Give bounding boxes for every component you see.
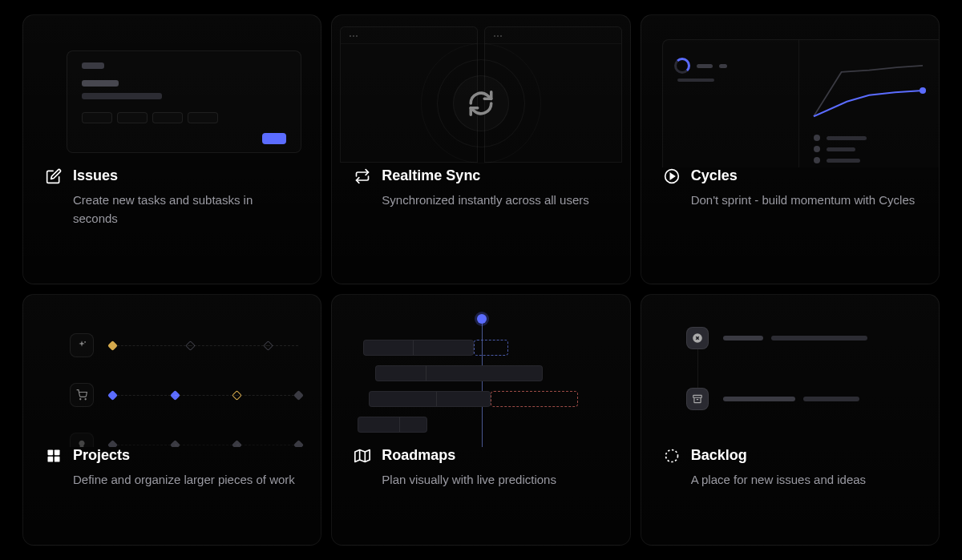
card-backlog[interactable]: Backlog A place for new issues and ideas: [641, 294, 940, 546]
card-issues[interactable]: Issues Create new tasks and subtasks in …: [22, 14, 321, 284]
svg-marker-2: [670, 173, 674, 179]
sync-icon: [467, 90, 495, 117]
roadmaps-illustration: [332, 295, 629, 447]
card-desc: Synchronized instantly across all users: [354, 191, 607, 209]
card-projects[interactable]: Projects Define and organize larger piec…: [22, 294, 321, 546]
card-desc: A place for new issues and ideas: [664, 470, 916, 489]
card-cycles[interactable]: Cycles Don't sprint - build momentum wit…: [641, 14, 940, 284]
card-title: Backlog: [691, 447, 747, 464]
svg-point-0: [920, 87, 926, 94]
card-desc: Create new tasks and subtasks in seconds: [46, 191, 298, 228]
sync-illustration: [332, 15, 629, 167]
card-desc: Plan visually with live predictions: [354, 470, 607, 489]
svg-rect-6: [48, 449, 54, 455]
svg-point-4: [80, 399, 81, 400]
svg-point-5: [85, 399, 86, 400]
svg-point-16: [665, 449, 677, 461]
grid-icon: [46, 448, 62, 464]
card-title: Realtime Sync: [382, 167, 480, 184]
card-title: Projects: [73, 447, 130, 464]
cycles-illustration: [641, 15, 939, 167]
bulb-icon: [70, 433, 94, 447]
card-roadmaps[interactable]: Roadmaps Plan visually with live predict…: [331, 294, 630, 546]
backlog-illustration: [641, 295, 939, 447]
card-title: Issues: [73, 167, 118, 184]
issues-illustration: [23, 15, 321, 167]
dashed-circle-icon: [664, 448, 680, 464]
map-icon: [354, 448, 370, 464]
cart-icon: [70, 383, 94, 407]
feature-grid: Issues Create new tasks and subtasks in …: [22, 14, 940, 546]
card-realtime-sync[interactable]: Realtime Sync Synchronized instantly acr…: [331, 14, 630, 284]
projects-illustration: [23, 295, 321, 447]
sparkle-icon: [70, 333, 94, 357]
svg-marker-10: [355, 449, 370, 461]
svg-rect-9: [55, 456, 60, 461]
svg-rect-8: [48, 456, 54, 461]
card-title: Cycles: [691, 167, 738, 184]
archive-icon: [686, 388, 709, 410]
svg-point-3: [84, 341, 86, 343]
close-circle-icon: [686, 327, 709, 349]
card-desc: Don't sprint - build momentum with Cycle…: [664, 191, 916, 209]
card-title: Roadmaps: [382, 447, 455, 464]
primary-button-chip: [262, 133, 286, 144]
edit-icon: [46, 168, 62, 184]
svg-rect-7: [55, 449, 60, 455]
play-circle-icon: [664, 168, 680, 184]
card-desc: Define and organize larger pieces of wor…: [46, 470, 298, 489]
svg-rect-14: [693, 395, 701, 397]
sync-arrows-icon: [354, 168, 370, 184]
